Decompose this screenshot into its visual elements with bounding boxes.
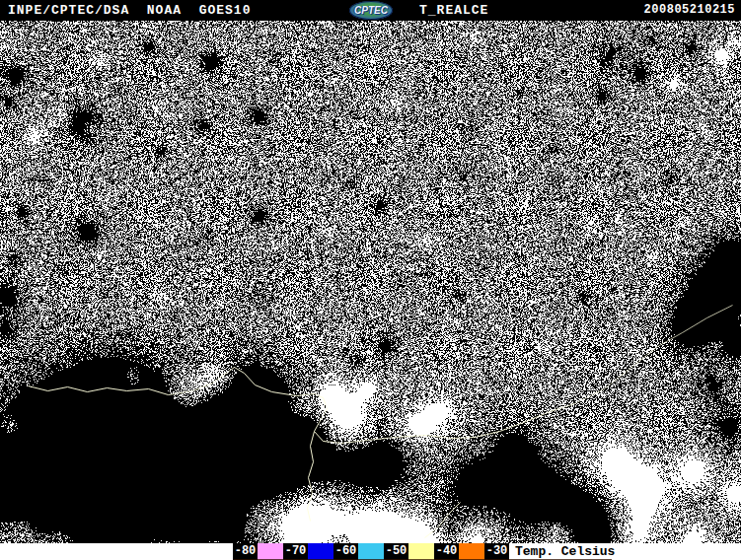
header-bar: INPE/CPTEC/DSA NOAA GOES10 CPTEC T_REALC… [0, 0, 741, 21]
temperature-unit-label: Temp. Celsius [515, 543, 615, 560]
satellite-product-screen: { "header": { "station_text": "INPE/CPTE… [0, 0, 741, 560]
colorbar-label: -70 [283, 543, 308, 560]
product-name-label: T_REALCE [419, 0, 488, 21]
colorbar-swatch [308, 543, 333, 560]
colorbar-label: -80 [233, 543, 258, 560]
footer-bar: -80-70-60-50-40-30 Temp. Celsius [0, 543, 741, 560]
timestamp-label: 200805210215 [644, 0, 735, 21]
colorbar-swatch [258, 543, 283, 560]
satellite-image [0, 21, 741, 543]
cptec-logo-icon: CPTEC [349, 1, 393, 20]
colorbar-swatch [459, 543, 484, 560]
colorbar-swatch [358, 543, 384, 560]
colorbar-swatch [408, 543, 434, 560]
colorbar-label: -40 [434, 543, 459, 560]
cptec-logo-text: CPTEC [354, 5, 388, 16]
colorbar-label: -60 [333, 543, 358, 560]
colorbar-scale: -80-70-60-50-40-30 [233, 543, 509, 560]
colorbar-label: -50 [384, 543, 408, 560]
station-satellite-label: INPE/CPTEC/DSA NOAA GOES10 [8, 0, 251, 21]
colorbar-label: -30 [484, 543, 509, 560]
